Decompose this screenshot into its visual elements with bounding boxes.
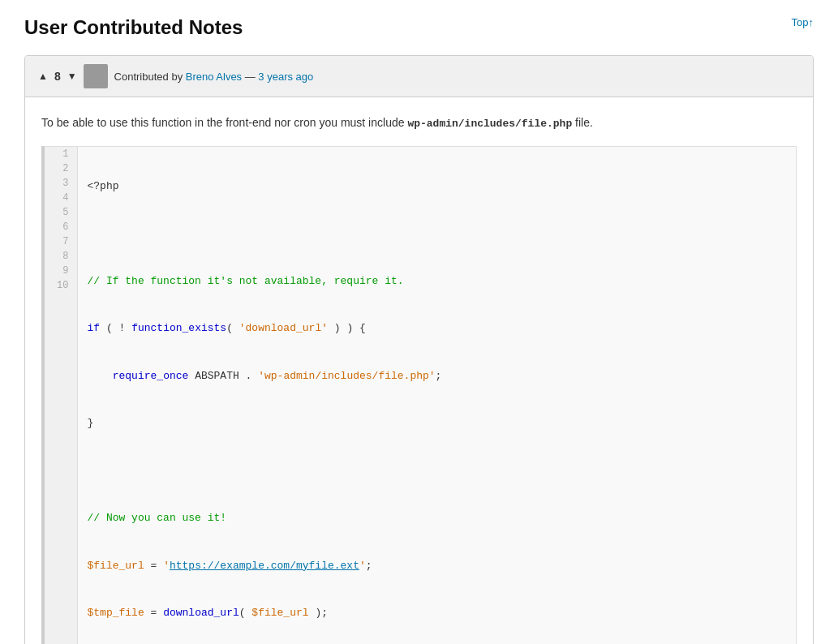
code-line-8: // Now you can use it!	[88, 510, 787, 526]
note-text-after-1: file.	[572, 116, 593, 129]
inline-code-1: wp-admin/includes/file.php	[407, 118, 572, 130]
page-title: User Contributed Notes	[24, 16, 243, 39]
vote-count-1: 8	[54, 70, 61, 83]
note-meta-1: Contributed by Breno Alves — 3 years ago	[114, 71, 314, 83]
top-link[interactable]: Top↑	[792, 16, 814, 28]
avatar-1	[84, 64, 108, 88]
code-line-6: }	[88, 415, 787, 431]
code-line-7	[88, 463, 787, 479]
downvote-icon-1	[67, 71, 77, 82]
code-line-4: if ( ! function_exists( 'download_url' )…	[88, 320, 787, 337]
code-line-3: // If the function it's not available, r…	[88, 273, 787, 290]
code-content-1: <?php // If the function it's not availa…	[77, 147, 796, 644]
vote-up-button-1[interactable]	[38, 71, 48, 82]
code-line-10: $tmp_file = download_url( $file_url );	[88, 605, 787, 621]
note-text-1: To be able to use this function in the f…	[41, 114, 797, 133]
note-body-1: To be able to use this function in the f…	[25, 97, 813, 644]
note-card-1: 8 Contributed by Breno Alves — 3 years a…	[24, 55, 814, 644]
upvote-icon-1	[38, 71, 48, 82]
note-header-1: 8 Contributed by Breno Alves — 3 years a…	[25, 56, 813, 97]
note-text-before-1: To be able to use this function in the f…	[41, 116, 407, 129]
vote-down-button-1[interactable]	[67, 71, 77, 82]
example-url-link[interactable]: https://example.com/myfile.ext	[170, 560, 359, 572]
code-line-1: <?php	[88, 178, 787, 195]
code-block-1: 1 2 3 4 5 6 7 8 9 10 <?php // If	[41, 146, 797, 644]
code-line-5: require_once ABSPATH . 'wp-admin/include…	[88, 368, 787, 384]
author-link-1[interactable]: Breno Alves	[186, 71, 242, 83]
code-line-2	[88, 225, 787, 242]
code-line-9: $file_url = 'https://example.com/myfile.…	[88, 558, 787, 574]
time-link-1[interactable]: 3 years ago	[258, 71, 313, 83]
line-numbers-1: 1 2 3 4 5 6 7 8 9 10	[45, 147, 77, 644]
